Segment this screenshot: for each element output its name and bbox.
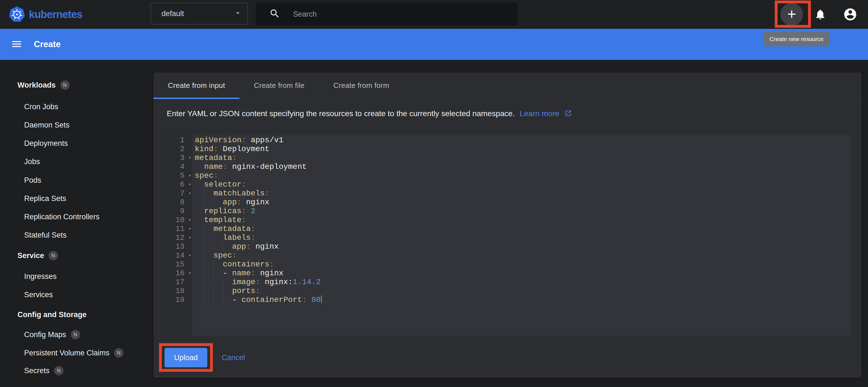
code-line-8[interactable]: app: nginx [195, 198, 851, 207]
menu-button[interactable] [10, 38, 23, 50]
tooltip-create-new-resource: Create new resource [764, 32, 830, 46]
line-number: 11▾ [165, 224, 192, 234]
code-line-18[interactable]: ports: [195, 287, 851, 295]
hamburger-icon [11, 38, 23, 51]
line-number: 14▾ [165, 251, 192, 260]
sidebar-label: Cron Jobs [24, 103, 58, 111]
code-line-10[interactable]: template: [195, 216, 851, 224]
create-card: Create from inputCreate from fileCreate … [153, 72, 862, 378]
code-line-15[interactable]: containers: [195, 260, 851, 269]
sidebar-item-replica-sets[interactable]: Replica Sets [24, 193, 66, 204]
text-cursor [321, 295, 322, 303]
sidebar-item-secrets[interactable]: SecretsN [24, 365, 64, 376]
search-bar [256, 2, 518, 26]
code-line-7[interactable]: matchLabels: [195, 189, 851, 198]
person-circle-icon [843, 7, 858, 23]
namespace-selector[interactable]: default [151, 3, 248, 24]
code-line-1[interactable]: apiVersion: apps/v1 [195, 136, 851, 145]
tab-label: Create from file [254, 81, 305, 90]
search-icon [269, 8, 280, 20]
sidebar-item-config-maps[interactable]: Config MapsN [24, 329, 80, 340]
line-number: 18 [165, 287, 192, 295]
yaml-editor: 123▾45▾6▾7▾8910▾11▾12▾1314▾1516▾171819 a… [165, 135, 851, 336]
line-number: 2 [165, 145, 192, 153]
code-line-17[interactable]: image: nginx:1.14.2 [195, 278, 851, 287]
fold-toggle-icon[interactable]: ▾ [188, 153, 191, 163]
code-line-16[interactable]: - name: nginx [195, 269, 851, 278]
line-number: 3▾ [165, 153, 192, 163]
learn-more-link[interactable]: Learn more [520, 109, 559, 118]
notifications-button[interactable] [814, 8, 827, 21]
code-line-14[interactable]: spec: [195, 251, 851, 260]
fold-toggle-icon[interactable]: ▾ [188, 251, 191, 260]
fold-toggle-icon[interactable]: ▾ [188, 216, 191, 224]
open-in-new-icon [564, 110, 572, 119]
sidebar-item-deployments[interactable]: Deployments [24, 138, 68, 149]
editor-code-area[interactable]: apiVersion: apps/v1kind: Deploymentmetad… [192, 135, 851, 336]
tab-create-from-input[interactable]: Create from input [153, 72, 240, 99]
line-number: 5▾ [165, 171, 192, 180]
app-bar: Create [0, 29, 868, 60]
fold-toggle-icon[interactable]: ▾ [188, 269, 191, 278]
page-title: Create [34, 39, 61, 49]
search-input[interactable] [292, 10, 488, 19]
code-line-6[interactable]: selector: [195, 180, 851, 189]
sidebar-section-config-and-storage[interactable]: Config and Storage [18, 309, 87, 320]
fold-toggle-icon[interactable]: ▾ [188, 234, 191, 242]
code-line-2[interactable]: kind: Deployment [195, 145, 851, 153]
code-line-11[interactable]: metadata: [195, 224, 851, 234]
code-line-13[interactable]: app: nginx [195, 242, 851, 251]
sidebar-item-jobs[interactable]: Jobs [24, 156, 40, 167]
tab-create-from-form[interactable]: Create from form [319, 72, 404, 99]
line-number: 8 [165, 198, 192, 207]
new-badge: N [60, 80, 70, 90]
sidebar-label: Replica Sets [24, 194, 66, 203]
code-line-12[interactable]: labels: [195, 234, 851, 242]
top-bar: kubernetes default [0, 0, 868, 29]
sidebar-item-services[interactable]: Services [24, 289, 53, 300]
sidebar-label: Services [24, 290, 53, 299]
new-badge: N [71, 330, 80, 339]
line-number: 17 [165, 278, 192, 287]
line-number: 12▾ [165, 234, 192, 242]
tab-bar: Create from inputCreate from fileCreate … [153, 72, 862, 99]
sidebar-item-replication-controllers[interactable]: Replication Controllers [24, 211, 100, 222]
sidebar-label: Secrets [24, 366, 50, 375]
tab-label: Create from form [334, 81, 389, 90]
sidebar-label: Workloads [18, 81, 56, 90]
new-badge: N [49, 251, 58, 260]
code-line-4[interactable]: name: nginx-deployment [195, 163, 851, 171]
sidebar-item-ingresses[interactable]: Ingresses [24, 271, 57, 282]
code-line-19[interactable]: - containerPort: 80 [195, 295, 851, 305]
code-line-5[interactable]: spec: [195, 171, 851, 180]
fold-toggle-icon[interactable]: ▾ [188, 171, 191, 180]
sidebar-label: Ingresses [24, 272, 57, 281]
sidebar-item-cron-jobs[interactable]: Cron Jobs [24, 101, 58, 112]
fold-toggle-icon[interactable]: ▾ [188, 189, 191, 198]
sidebar-item-stateful-sets[interactable]: Stateful Sets [24, 230, 67, 241]
annotation-box-create-button [775, 1, 811, 28]
sidebar-label: Daemon Sets [24, 121, 70, 130]
fold-toggle-icon[interactable]: ▾ [188, 180, 191, 189]
sidebar-item-persistent-volume-claims[interactable]: Persistent Volume ClaimsN [24, 347, 123, 358]
brand-wordmark: kubernetes [29, 0, 83, 29]
tab-create-from-file[interactable]: Create from file [240, 72, 319, 99]
sidebar-item-daemon-sets[interactable]: Daemon Sets [24, 119, 70, 131]
code-line-9[interactable]: replicas: 2 [195, 207, 851, 216]
fold-toggle-icon[interactable]: ▾ [188, 224, 191, 234]
account-button[interactable] [843, 7, 858, 22]
namespace-selected-value: default [161, 9, 233, 18]
line-number: 1 [165, 136, 192, 145]
editor-gutter: 123▾45▾6▾7▾8910▾11▾12▾1314▾1516▾171819 [165, 135, 192, 336]
sidebar-label: Jobs [24, 157, 40, 166]
bell-icon [814, 8, 826, 21]
sidebar-section-service[interactable]: ServiceN [18, 250, 58, 261]
sidebar-label: Stateful Sets [24, 231, 67, 240]
code-line-3[interactable]: metadata: [195, 153, 851, 163]
tab-label: Create from input [168, 81, 225, 90]
sidebar-item-pods[interactable]: Pods [24, 175, 41, 186]
kubernetes-dashboard: kubernetes default [0, 0, 868, 387]
annotation-box-upload-button [159, 343, 213, 372]
cancel-button[interactable]: Cancel [220, 348, 247, 367]
sidebar-section-workloads[interactable]: WorkloadsN [18, 79, 70, 91]
